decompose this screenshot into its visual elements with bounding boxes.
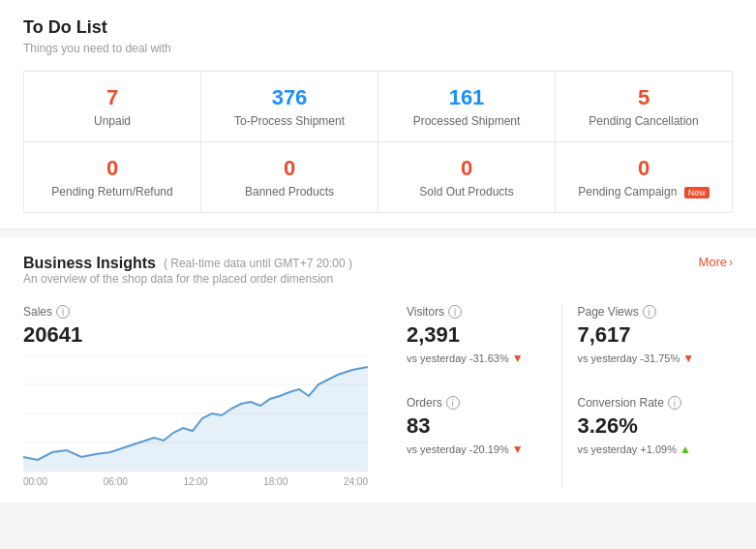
sales-chart: [23, 355, 368, 472]
metric-conversion: Conversion Rate i 3.26% vs yesterday +1.…: [562, 396, 734, 487]
todo-item-processed[interactable]: 161 Processed Shipment: [378, 72, 556, 141]
metrics-layout: Sales i 20641: [23, 305, 733, 487]
insights-title-group: Business Insights ( Real-time data until…: [23, 255, 352, 301]
sales-info-icon[interactable]: i: [56, 305, 70, 319]
conversion-arrow-up: ▲: [680, 442, 691, 456]
todo-number-campaign: 0: [563, 156, 724, 181]
todo-item-banned[interactable]: 0 Banned Products: [201, 142, 378, 212]
todo-item-unpaid[interactable]: 7 Unpaid: [24, 72, 201, 141]
todo-row-1: 7 Unpaid 376 To-Process Shipment 161 Pro…: [23, 71, 733, 141]
todo-number-banned: 0: [209, 156, 370, 181]
todo-label-unpaid: Unpaid: [32, 114, 193, 128]
todo-title: To Do List: [23, 17, 733, 38]
todo-number-soldout: 0: [386, 156, 547, 181]
sales-label: Sales i: [23, 305, 368, 319]
metric-visitors-value: 2,391: [407, 322, 546, 348]
visitors-arrow-down: ▼: [512, 351, 524, 365]
todo-item-to-process[interactable]: 376 To-Process Shipment: [201, 72, 378, 141]
metric-visitors: Visitors i 2,391 vs yesterday -31.63% ▼: [391, 305, 562, 396]
insights-title-row: Business Insights ( Real-time data until…: [23, 255, 352, 272]
time-2400: 24:00: [344, 476, 368, 487]
todo-label-soldout: Sold Out Products: [386, 185, 547, 198]
todo-label-return: Pending Return/Refund: [32, 185, 193, 198]
todo-number-unpaid: 7: [32, 85, 193, 110]
chevron-right-icon: ›: [729, 256, 733, 269]
right-metrics: Visitors i 2,391 vs yesterday -31.63% ▼ …: [391, 305, 733, 487]
metric-conversion-change: vs yesterday +1.09% ▲: [578, 442, 718, 456]
orders-info-icon[interactable]: i: [446, 396, 460, 410]
insights-subtitle: An overview of the shop data for the pla…: [23, 272, 352, 286]
insights-title: Business Insights: [23, 255, 156, 272]
metric-orders-change: vs yesterday -20.19% ▼: [407, 442, 546, 456]
todo-label-processed: Processed Shipment: [386, 114, 547, 128]
todo-label-to-process: To-Process Shipment: [209, 114, 370, 128]
time-0600: 06:00: [104, 476, 128, 487]
chart-area: Sales i 20641: [23, 305, 391, 487]
visitors-info-icon[interactable]: i: [448, 305, 462, 319]
chart-svg-container: [23, 355, 368, 474]
more-link[interactable]: More ›: [698, 255, 733, 269]
todo-row-2: 0 Pending Return/Refund 0 Banned Product…: [23, 141, 733, 213]
orders-arrow-down: ▼: [512, 442, 524, 456]
todo-label-campaign: Pending Campaign New: [563, 185, 724, 198]
time-0000: 00:00: [23, 476, 47, 487]
metric-pageviews: Page Views i 7,617 vs yesterday -31.75% …: [562, 305, 734, 396]
todo-grid: 7 Unpaid 376 To-Process Shipment 161 Pro…: [23, 71, 733, 213]
todo-number-to-process: 376: [209, 85, 370, 110]
time-1800: 18:00: [263, 476, 287, 487]
new-badge: New: [684, 187, 710, 198]
pageviews-info-icon[interactable]: i: [643, 305, 656, 319]
metric-orders-value: 83: [407, 413, 546, 439]
more-label: More: [698, 255, 727, 269]
metric-pageviews-change: vs yesterday -31.75% ▼: [578, 351, 718, 365]
metric-visitors-label: Visitors i: [407, 305, 546, 319]
insights-header: Business Insights ( Real-time data until…: [23, 255, 733, 301]
time-axis: 00:00 06:00 12:00 18:00 24:00: [23, 476, 368, 487]
metric-visitors-change: vs yesterday -31.63% ▼: [407, 351, 546, 365]
todo-item-return[interactable]: 0 Pending Return/Refund: [24, 142, 201, 212]
metric-pageviews-label: Page Views i: [578, 305, 718, 319]
todo-label-banned: Banned Products: [209, 185, 370, 198]
pageviews-arrow-down: ▼: [682, 351, 694, 365]
todo-item-soldout[interactable]: 0 Sold Out Products: [378, 142, 556, 212]
todo-item-pending-cancel[interactable]: 5 Pending Cancellation: [556, 72, 732, 141]
insights-realtime: ( Real-time data until GMT+7 20:00 ): [164, 257, 352, 270]
page-wrapper: To Do List Things you need to deal with …: [0, 0, 756, 549]
todo-number-pending-cancel: 5: [563, 85, 724, 110]
todo-number-return: 0: [32, 156, 193, 181]
metric-pageviews-value: 7,617: [578, 322, 718, 348]
conversion-info-icon[interactable]: i: [668, 396, 681, 410]
metric-conversion-value: 3.26%: [578, 413, 718, 439]
insights-section: Business Insights ( Real-time data until…: [0, 237, 756, 503]
metric-orders: Orders i 83 vs yesterday -20.19% ▼: [391, 396, 562, 487]
todo-number-processed: 161: [386, 85, 547, 110]
metric-orders-label: Orders i: [407, 396, 546, 410]
sales-value: 20641: [23, 322, 368, 348]
todo-item-campaign[interactable]: 0 Pending Campaign New: [556, 142, 732, 212]
todo-section: To Do List Things you need to deal with …: [0, 0, 756, 229]
todo-subtitle: Things you need to deal with: [23, 42, 733, 55]
metric-conversion-label: Conversion Rate i: [578, 396, 718, 410]
svg-marker-5: [23, 367, 368, 472]
todo-label-pending-cancel: Pending Cancellation: [563, 114, 724, 128]
time-1200: 12:00: [183, 476, 207, 487]
